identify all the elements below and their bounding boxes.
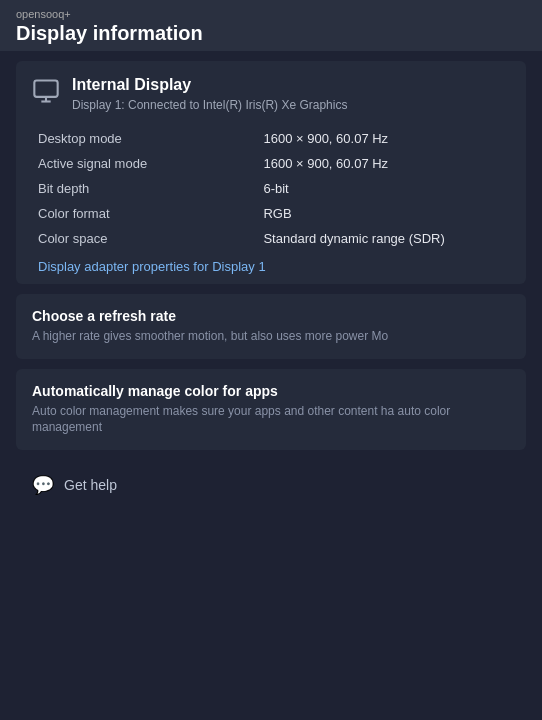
info-table: Desktop mode 1600 × 900, 60.07 Hz Active… xyxy=(32,126,510,251)
info-row: Desktop mode 1600 × 900, 60.07 Hz xyxy=(32,126,510,151)
section-card-1[interactable]: Automatically manage color for apps Auto… xyxy=(16,369,526,451)
info-value-0: 1600 × 900, 60.07 Hz xyxy=(261,126,510,151)
help-icon: 💬 xyxy=(32,474,54,496)
page-title: Display information xyxy=(16,22,526,45)
section-desc-0: A higher rate gives smoother motion, but… xyxy=(32,328,510,345)
section-desc-1: Auto color management makes sure your ap… xyxy=(32,403,510,437)
info-row: Color format RGB xyxy=(32,201,510,226)
info-value-3: RGB xyxy=(261,201,510,226)
info-value-2: 6-bit xyxy=(261,176,510,201)
info-label-2: Bit depth xyxy=(32,176,261,201)
monitor-icon xyxy=(32,77,60,109)
display-info: Internal Display Display 1: Connected to… xyxy=(72,75,347,112)
info-label-4: Color space xyxy=(32,226,261,251)
section-title-0: Choose a refresh rate xyxy=(32,308,510,324)
get-help-section[interactable]: 💬 Get help xyxy=(16,460,526,510)
info-value-4: Standard dynamic range (SDR) xyxy=(261,226,510,251)
section-card-0[interactable]: Choose a refresh rate A higher rate give… xyxy=(16,294,526,359)
display-header: Internal Display Display 1: Connected to… xyxy=(32,75,510,112)
info-value-1: 1600 × 900, 60.07 Hz xyxy=(261,151,510,176)
section-title-1: Automatically manage color for apps xyxy=(32,383,510,399)
display-title: Internal Display xyxy=(72,75,347,96)
display-card: Internal Display Display 1: Connected to… xyxy=(16,61,526,284)
info-row: Color space Standard dynamic range (SDR) xyxy=(32,226,510,251)
top-bar: opensooq+ Display information xyxy=(0,0,542,51)
info-row: Active signal mode 1600 × 900, 60.07 Hz xyxy=(32,151,510,176)
svg-rect-0 xyxy=(34,81,57,97)
logo-text: opensooq+ xyxy=(16,8,526,20)
info-label-1: Active signal mode xyxy=(32,151,261,176)
info-label-0: Desktop mode xyxy=(32,126,261,151)
info-row: Bit depth 6-bit xyxy=(32,176,510,201)
get-help-label: Get help xyxy=(64,477,117,493)
main-content: Internal Display Display 1: Connected to… xyxy=(0,51,542,520)
display-adapter-link[interactable]: Display adapter properties for Display 1 xyxy=(38,259,510,274)
info-label-3: Color format xyxy=(32,201,261,226)
display-subtitle: Display 1: Connected to Intel(R) Iris(R)… xyxy=(72,98,347,112)
